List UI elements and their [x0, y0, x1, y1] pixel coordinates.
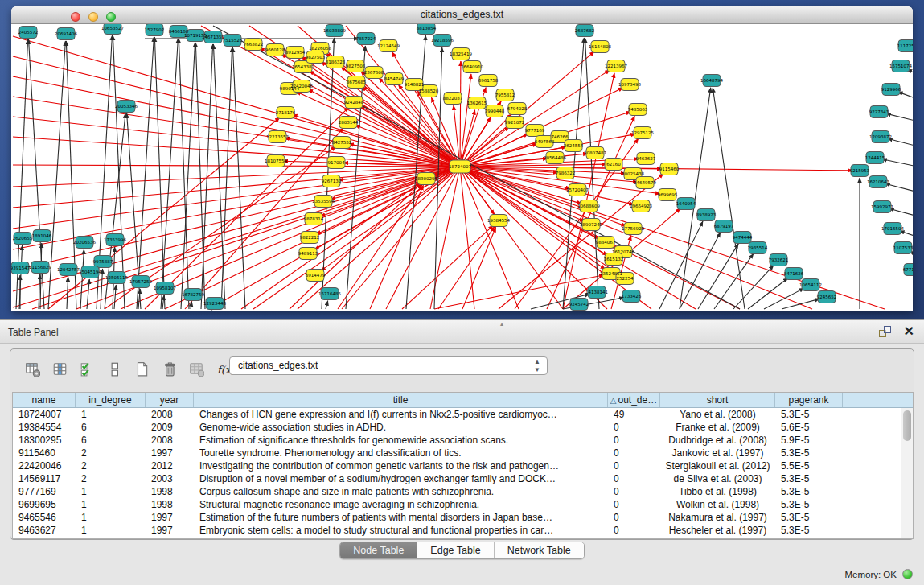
cell-name: 9699695: [13, 498, 76, 511]
column-header-year[interactable]: year: [146, 393, 194, 407]
cell-title: Changes of HCN gene expression and I(f) …: [194, 408, 608, 421]
cell-out_de: 0: [608, 511, 660, 524]
graph-node-label: 15716485: [318, 291, 341, 296]
cell-out_de: 0: [608, 447, 660, 459]
graph-node-label: 917004: [328, 160, 345, 165]
select-visible-icon[interactable]: [76, 358, 97, 379]
table-row[interactable]: 1456911722003Disruption of a novel membe…: [13, 472, 913, 485]
column-header-name[interactable]: name: [13, 393, 76, 407]
close-panel-icon[interactable]: ✕: [904, 323, 914, 339]
graph-node-label: 1588520: [419, 89, 439, 93]
graph-node-label: 9975887: [93, 259, 113, 264]
column-header-pagerank[interactable]: pagerank: [775, 393, 843, 407]
table-row[interactable]: 911546021997Tourette syndrome. Phenomeno…: [13, 447, 913, 459]
cell-pagerank: 5.9E-5: [775, 434, 843, 447]
graph-node-label: 15045194: [79, 270, 101, 274]
graph-node-label: 18226058: [309, 46, 331, 51]
tab-network-table[interactable]: Network Table: [495, 542, 584, 558]
table-row[interactable]: 1872400712008Changes of HCN gene express…: [13, 408, 913, 421]
graph-node-label: 20564486: [544, 155, 566, 160]
citation-graph[interactable]: 2405572206914061065352715279028466160107…: [11, 24, 913, 311]
table-selector-value: citations_edges.txt: [238, 360, 318, 371]
table-body: 1872400712008Changes of HCN gene express…: [13, 408, 913, 537]
network-window-titlebar[interactable]: citations_edges.txt: [11, 6, 913, 24]
show-columns-icon[interactable]: [49, 358, 70, 379]
row-height-icon[interactable]: [104, 358, 125, 379]
graph-node-label: 10958107: [154, 286, 176, 290]
graph-node-label: 16154808: [589, 44, 611, 49]
cell-in_degree: 2: [76, 472, 146, 485]
cytoscape-app: citations_edges.txt 24055722069140610653…: [0, 0, 924, 585]
scrollbar-thumb[interactable]: [903, 410, 911, 441]
graph-node-label: 1615132: [604, 257, 624, 262]
column-header-short[interactable]: short: [660, 393, 775, 407]
cell-name: 9463627: [13, 524, 76, 537]
graph-node-label: 20053346: [115, 104, 138, 109]
graph-node-label: 14649579: [634, 180, 656, 185]
graph-node-label: 18907249: [580, 222, 602, 227]
cell-name: 9465546: [13, 511, 76, 524]
network-view-window[interactable]: citations_edges.txt 24055722069140610653…: [11, 6, 913, 311]
cell-title: Investigating the contribution of common…: [194, 459, 608, 472]
cell-title: Tourette syndrome. Phenomenology and cla…: [194, 447, 608, 459]
graph-node-label: 9115460: [659, 167, 680, 171]
graph-node-label: 15751074: [889, 64, 912, 68]
table-row[interactable]: 946554611997Estimation of the future num…: [13, 511, 913, 524]
graph-node-label: 18107554: [265, 159, 287, 163]
graph-node-label: 13535594: [312, 199, 335, 204]
cell-title: Genome-wide association studies in ADHD.: [194, 421, 608, 434]
memory-ok-indicator-icon[interactable]: [902, 569, 913, 579]
column-header-out_de[interactable]: △out_de…: [608, 393, 660, 407]
table-row[interactable]: 946362711997Embryonic stem cells: a mode…: [13, 524, 913, 537]
graph-node-label: 9474444: [733, 235, 753, 240]
table-panel-body: f(x) citations_edges.txt ▲▼ namein_degre…: [10, 348, 914, 540]
table-row[interactable]: 2242004622012Investigating the contribut…: [13, 459, 913, 472]
graph-node-label: 9822212: [300, 235, 320, 240]
column-header-title[interactable]: title: [194, 393, 608, 407]
column-header-in_degree[interactable]: in_degree: [76, 393, 146, 407]
table-selector-dropdown[interactable]: citations_edges.txt ▲▼: [229, 356, 548, 375]
dropdown-spinner-icon: ▲▼: [534, 358, 540, 374]
column-settings-icon[interactable]: [22, 358, 43, 379]
cell-pagerank: 5.3E-5: [775, 408, 843, 421]
table-row[interactable]: 977716911998Corpus callosum shape and si…: [13, 485, 913, 498]
cell-pagerank: 5.3E-5: [775, 485, 843, 498]
graph-node-label: 252254: [617, 276, 634, 281]
tab-node-table[interactable]: Node Table: [340, 542, 417, 558]
cell-out_de: 0: [608, 434, 660, 447]
graph-node-label: 7485063: [628, 107, 648, 112]
splitter-handle[interactable]: ▴: [500, 320, 503, 328]
float-panel-icon[interactable]: [879, 326, 892, 339]
graph-node-label: 2405572: [18, 30, 39, 35]
delete-column-icon[interactable]: [158, 358, 179, 379]
table-row[interactable]: 969969511998Structural magnetic resonanc…: [13, 498, 913, 511]
graph-node-label: 7932621: [769, 257, 789, 262]
network-canvas[interactable]: 2405572206914061065352715279028466160107…: [11, 24, 913, 311]
graph-node-label: 9699695: [658, 192, 678, 197]
tab-edge-table[interactable]: Edge Table: [417, 542, 494, 558]
graph-node-label: 8471626: [784, 271, 804, 276]
network-desktop: citations_edges.txt 24055722069140610653…: [0, 0, 924, 319]
cell-year: 1998: [146, 498, 194, 511]
table-row[interactable]: 1830029562008Estimation of significance …: [13, 434, 913, 447]
graph-node-label: 6914479: [306, 273, 326, 278]
cell-out_de: 0: [608, 524, 660, 537]
create-column-icon[interactable]: [131, 358, 152, 379]
graph-node-label: 9146821: [405, 82, 425, 87]
graph-node-label: 8938923: [696, 212, 717, 217]
delete-table-icon[interactable]: [186, 358, 207, 379]
graph-node-label: 8675685: [347, 80, 367, 84]
graph-node-label: 10653527: [101, 26, 124, 31]
table-row[interactable]: 1938455462009Genome-wide association stu…: [13, 421, 913, 434]
graph-node-label: 9245742: [569, 302, 589, 307]
cell-in_degree: 1: [76, 408, 146, 421]
cell-name: 9777169: [13, 485, 76, 498]
graph-node-label: 8912954: [285, 50, 306, 55]
vertical-scrollbar[interactable]: [901, 408, 913, 538]
cell-year: 2003: [146, 472, 194, 485]
cell-in_degree: 2: [76, 459, 146, 472]
graph-node-label: 6794028: [507, 106, 528, 111]
graph-node-label: 8454749: [384, 76, 405, 81]
graph-node-label: 7663822: [244, 42, 264, 47]
table-panel-header: Table Panel ✕: [0, 319, 924, 344]
